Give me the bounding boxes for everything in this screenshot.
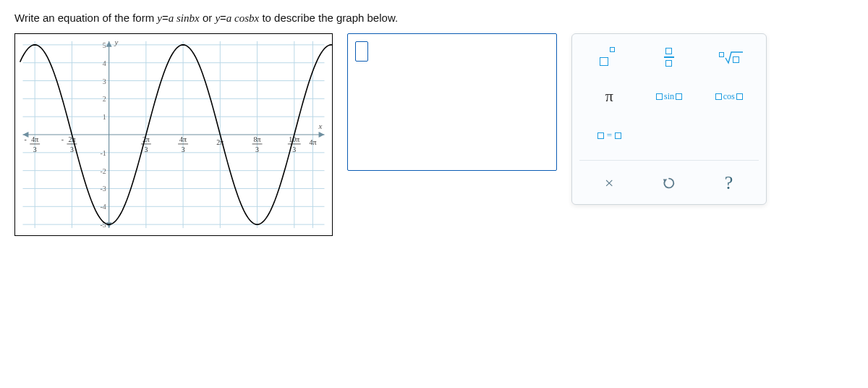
- svg-text:5: 5: [103, 41, 106, 49]
- svg-marker-20: [106, 41, 112, 47]
- reset-button[interactable]: [644, 168, 694, 198]
- svg-text:3: 3: [103, 77, 106, 85]
- svg-marker-54: [663, 180, 668, 183]
- equals-label: =: [607, 130, 612, 141]
- answer-cursor-box[interactable]: [355, 41, 368, 62]
- svg-text:2: 2: [103, 95, 106, 103]
- svg-text:-: -: [25, 135, 27, 143]
- palette-equals-button[interactable]: =: [584, 121, 634, 150]
- palette-cos-button[interactable]: cos: [704, 82, 754, 111]
- svg-text:3: 3: [255, 146, 259, 153]
- svg-marker-18: [319, 132, 325, 138]
- graph-panel: y x 5 4 3 2 1 -1 -2 -3 -4 -5 4π -: [14, 33, 333, 236]
- q-text-1: Write an equation of the form: [14, 12, 157, 24]
- placeholder-box-icon: [656, 93, 663, 100]
- palette-sin-button[interactable]: sin: [644, 82, 694, 111]
- q-text-or: or: [203, 12, 216, 24]
- svg-text:8π: 8π: [254, 135, 261, 143]
- svg-text:4π: 4π: [31, 135, 38, 143]
- svg-text:-2: -2: [100, 167, 106, 175]
- y-axis-label: y: [114, 38, 119, 46]
- svg-text:1: 1: [103, 113, 106, 121]
- placeholder-box-icon: [715, 93, 722, 100]
- q-text-2: to describe the graph below.: [262, 12, 398, 24]
- placeholder-box-icon: [615, 132, 621, 139]
- palette-power-button[interactable]: [584, 43, 634, 72]
- svg-text:4π: 4π: [179, 135, 187, 143]
- placeholder-box-icon: [665, 60, 672, 67]
- placeholder-box-icon: [676, 93, 682, 100]
- math-palette: π sin cos =: [571, 33, 767, 205]
- x-tick-labels: 4π - 3 2π - 3 2π 3: [25, 135, 317, 153]
- pi-symbol: π: [605, 87, 613, 106]
- palette-root-button[interactable]: [704, 43, 754, 72]
- placeholder-box-icon: [597, 132, 604, 139]
- placeholder-box-icon: [665, 48, 672, 54]
- q-eq2-rhs: a cosbx: [226, 12, 259, 24]
- sin-label: sin: [664, 91, 674, 102]
- help-button[interactable]: ?: [704, 168, 754, 198]
- palette-pi-button[interactable]: π: [584, 82, 634, 111]
- svg-text:3: 3: [292, 146, 296, 153]
- svg-marker-21: [106, 222, 112, 228]
- svg-text:4π: 4π: [309, 138, 316, 146]
- close-icon: ×: [605, 174, 613, 193]
- svg-text:3: 3: [70, 146, 74, 153]
- svg-text:-: -: [61, 135, 64, 143]
- fraction-bar-icon: [664, 56, 674, 57]
- help-icon: ?: [725, 172, 733, 194]
- x-axis-label: x: [318, 122, 323, 130]
- question-prompt: Write an equation of the form y=a sinbx …: [14, 12, 854, 25]
- svg-text:-1: -1: [100, 149, 106, 157]
- placeholder-box-icon: [610, 47, 615, 52]
- answer-input-area[interactable]: [347, 33, 557, 171]
- svg-text:3: 3: [182, 146, 185, 153]
- placeholder-box-icon: [719, 52, 724, 57]
- svg-text:3: 3: [144, 146, 148, 153]
- cos-label: cos: [723, 91, 735, 102]
- svg-text:-3: -3: [100, 185, 106, 193]
- placeholder-box-icon: [736, 93, 743, 100]
- undo-icon: [661, 175, 677, 191]
- q-eq1-eq: =: [162, 12, 169, 24]
- q-eq1-rhs: a sinbx: [169, 12, 200, 24]
- graph-svg: y x 5 4 3 2 1 -1 -2 -3 -4 -5 4π -: [15, 34, 332, 235]
- svg-text:3: 3: [33, 146, 37, 153]
- palette-fraction-button[interactable]: [644, 43, 694, 72]
- svg-text:-4: -4: [100, 203, 106, 211]
- q-eq2-eq: =: [220, 12, 226, 24]
- placeholder-box-icon: [600, 57, 608, 66]
- placeholder-box-icon: [733, 56, 739, 63]
- clear-button[interactable]: ×: [584, 168, 634, 198]
- svg-text:4: 4: [103, 59, 106, 67]
- q-eq1-lhs: y: [157, 12, 162, 24]
